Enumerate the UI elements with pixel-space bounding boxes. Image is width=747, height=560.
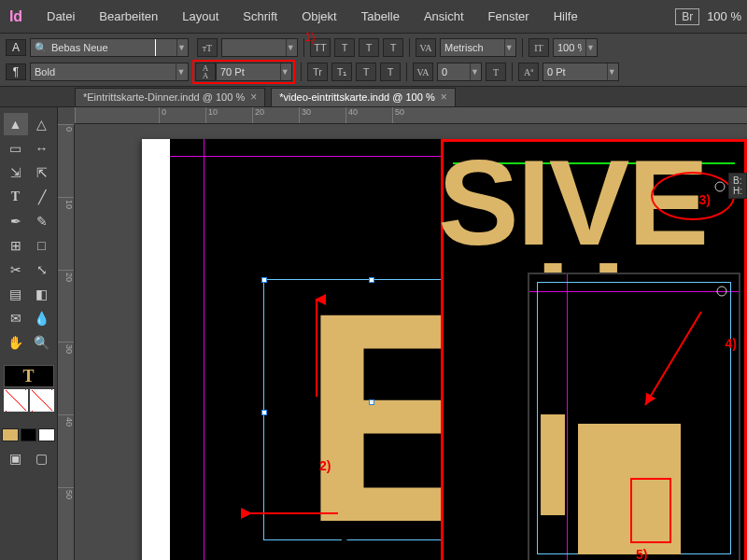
hand-tool[interactable]: ✋	[4, 331, 28, 354]
horizontal-ruler: 0 10 20 30 40 50	[75, 107, 747, 124]
baseline-shift-icon: Aª	[518, 63, 539, 81]
pencil-tool[interactable]: ✎	[30, 210, 54, 232]
annotation-2: 2)	[319, 458, 331, 473]
gradient-swatch-tool[interactable]: ▤	[4, 283, 28, 305]
chevron-down-icon[interactable]: ▼	[176, 63, 186, 80]
kerning-input[interactable]	[441, 42, 504, 53]
chevron-down-icon[interactable]: ▼	[607, 63, 616, 80]
font-family-field[interactable]: 🔍 ▼	[30, 38, 189, 57]
annotation-inset-3-4-5: SIVE U 3) I	[441, 139, 747, 560]
tab-document-2[interactable]: *video-eintrittskarte.indd @ 100 % ×	[271, 88, 456, 106]
vertical-scale-field[interactable]: ▼	[553, 38, 598, 57]
scissors-tool[interactable]: ✂	[4, 259, 28, 281]
font-family-input[interactable]	[48, 42, 176, 53]
vertical-scale-input[interactable]	[554, 42, 585, 53]
menu-ansicht[interactable]: Ansicht	[413, 6, 475, 27]
leading-input[interactable]	[217, 66, 280, 77]
document-canvas[interactable]: 0 10 20 30 40 50 0 10 20 30 40 50	[58, 107, 747, 560]
content-collector-tool[interactable]: ⇲	[4, 161, 28, 184]
menu-bar: Id Datei Bearbeiten Layout Schrift Objek…	[0, 0, 747, 34]
tools-panel: ▲△ ▭↔ ⇲⇱ T╱ ✒✎ ⊞□ ✂⤡ ▤◧ ✉💧 ✋🔍 T ▣▢	[0, 107, 58, 560]
rectangle-tool[interactable]: □	[30, 234, 54, 257]
menu-schrift[interactable]: Schrift	[232, 6, 289, 27]
menu-objekt[interactable]: Objekt	[290, 6, 348, 27]
rectangle-frame-tool[interactable]: ⊞	[4, 234, 28, 257]
close-icon[interactable]: ×	[250, 91, 257, 104]
document-tabs: *Eintrittskarte-Dinner.indd @ 100 % × *v…	[0, 87, 747, 107]
chevron-down-icon[interactable]: ▼	[504, 39, 514, 56]
pen-tool[interactable]: ✒	[4, 210, 28, 232]
tab-label: *Eintrittskarte-Dinner.indd @ 100 %	[83, 91, 245, 103]
baseline-shift-input[interactable]	[543, 66, 607, 77]
transform-info: B: H:	[728, 173, 747, 199]
tab-document-1[interactable]: *Eintrittskarte-Dinner.indd @ 100 % ×	[75, 88, 265, 106]
tracking-field[interactable]: ▼	[437, 63, 482, 81]
chevron-down-icon[interactable]: ▼	[286, 39, 295, 56]
note-tool[interactable]: ✉	[4, 307, 28, 329]
chevron-down-icon[interactable]: ▼	[585, 39, 595, 56]
gap-tool[interactable]: ↔	[30, 137, 54, 160]
bridge-button[interactable]: Br	[675, 8, 699, 25]
fill-stroke-proxy[interactable]: T	[4, 365, 54, 387]
chevron-down-icon[interactable]: ▼	[176, 39, 186, 56]
swatch-black[interactable]	[21, 428, 37, 441]
gradient-feather-tool[interactable]: ◧	[30, 283, 54, 305]
annotation-1: 1)	[304, 30, 316, 44]
strikethrough-icon[interactable]: Tr	[307, 63, 328, 81]
menu-layout[interactable]: Layout	[171, 6, 230, 27]
direct-selection-tool[interactable]: △	[30, 113, 54, 135]
view-mode-preview[interactable]: ▢	[30, 447, 54, 469]
small-caps-icon[interactable]: T	[334, 38, 355, 57]
chevron-down-icon[interactable]: ▼	[280, 63, 289, 80]
leading-field[interactable]: ▼	[216, 63, 292, 81]
underline-icon[interactable]: T	[383, 38, 403, 57]
control-panel: A 🔍 ▼ тT ▼ TT T T T VA ▼ IT	[0, 34, 747, 87]
zoom-tool[interactable]: 🔍	[30, 331, 54, 354]
selection-tool[interactable]: ▲	[4, 113, 28, 135]
vertical-ruler: 0 10 20 30 40 50	[58, 124, 75, 560]
tab-label: *video-eintrittskarte.indd @ 100 %	[279, 91, 434, 103]
font-style-field[interactable]: ▼	[30, 63, 189, 81]
type-tool[interactable]: T	[4, 186, 28, 208]
content-placer-tool[interactable]: ⇱	[30, 161, 54, 184]
menu-hilfe[interactable]: Hilfe	[543, 6, 589, 27]
character-mode-icon[interactable]: A	[6, 39, 26, 56]
paragraph-mode-icon[interactable]: ¶	[6, 63, 26, 80]
menu-datei[interactable]: Datei	[35, 6, 86, 27]
view-mode-normal[interactable]: ▣	[4, 447, 28, 469]
tracking-input[interactable]	[438, 66, 470, 77]
font-size-icon: тT	[197, 38, 218, 57]
swap-fill-stroke[interactable]	[30, 389, 54, 412]
vertical-scale-icon: IT	[529, 38, 549, 57]
close-icon[interactable]: ×	[441, 91, 447, 104]
default-fill-stroke[interactable]	[4, 389, 28, 412]
svg-line-2	[645, 312, 701, 405]
horizontal-scale-icon: T	[486, 63, 506, 81]
svg-point-1	[717, 287, 726, 296]
font-size-field[interactable]: ▼	[221, 38, 298, 57]
zoom-display[interactable]: 100 %	[707, 9, 741, 23]
baseline-shift-field[interactable]: ▼	[543, 63, 619, 81]
line-tool[interactable]: ╱	[30, 186, 54, 208]
subscript-icon[interactable]: T₁	[331, 63, 352, 81]
swatch-gold[interactable]	[2, 428, 19, 441]
font-style-input[interactable]	[31, 66, 176, 77]
swatch-white[interactable]	[38, 428, 55, 441]
menu-bearbeiten[interactable]: Bearbeiten	[88, 6, 169, 27]
kerning-field[interactable]: ▼	[440, 38, 516, 57]
annotation-3: 3)	[699, 192, 711, 207]
ligature-icon[interactable]: T	[356, 63, 376, 81]
menu-tabelle[interactable]: Tabelle	[350, 6, 411, 27]
leading-icon: AA	[195, 63, 216, 81]
font-size-input[interactable]	[222, 42, 286, 53]
menu-fenster[interactable]: Fenster	[477, 6, 541, 27]
superscript-icon[interactable]: T	[359, 38, 379, 57]
app-icon: Id	[4, 5, 28, 29]
color-swatches	[2, 428, 55, 441]
page-tool[interactable]: ▭	[4, 137, 28, 160]
no-break-icon[interactable]: T	[380, 63, 401, 81]
free-transform-tool[interactable]: ⤡	[30, 259, 54, 281]
kerning-icon: VA	[416, 38, 436, 57]
eyedropper-tool[interactable]: 💧	[30, 307, 54, 329]
chevron-down-icon[interactable]: ▼	[470, 63, 479, 80]
